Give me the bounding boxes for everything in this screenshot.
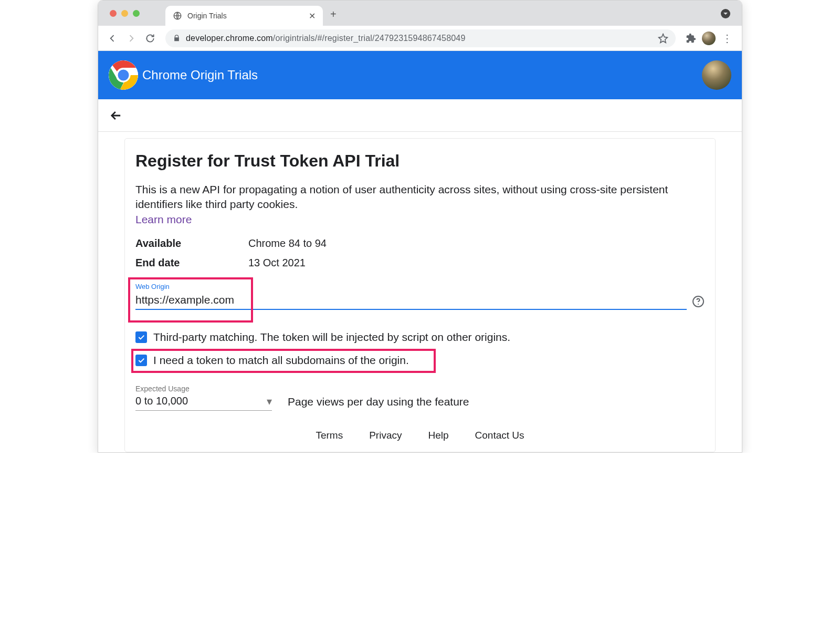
page-title: Register for Trust Token API Trial	[135, 151, 705, 171]
available-label: Available	[135, 237, 248, 250]
close-tab-icon[interactable]: ✕	[309, 11, 316, 21]
dropdown-triangle-icon: ▾	[267, 395, 272, 408]
user-avatar[interactable]	[702, 60, 731, 90]
end-date-row: End date 13 Oct 2021	[135, 257, 705, 269]
available-value: Chrome 84 to 94	[248, 237, 327, 250]
svg-point-5	[698, 304, 699, 305]
url-text: developer.chrome.com/origintrials/#/regi…	[186, 34, 466, 43]
terms-link[interactable]: Terms	[316, 430, 343, 441]
page-back-row	[98, 99, 742, 132]
app-title: Chrome Origin Trials	[142, 68, 258, 82]
page-back-button[interactable]	[109, 108, 123, 123]
web-origin-label: Web Origin	[135, 283, 705, 290]
expected-usage-select[interactable]: 0 to 10,000 ▾	[135, 393, 272, 411]
subdomain-checkbox[interactable]	[135, 355, 147, 366]
bookmark-star-icon[interactable]	[658, 33, 668, 44]
help-link[interactable]: Help	[428, 430, 448, 441]
expected-usage-field: Expected Usage 0 to 10,000 ▾	[135, 385, 272, 411]
browser-tab[interactable]: Origin Trials ✕	[165, 6, 323, 26]
lock-icon	[173, 34, 181, 42]
app-header: Chrome Origin Trials	[98, 51, 742, 99]
description-text: This is a new API for propagating a noti…	[135, 182, 705, 212]
subdomain-label: I need a token to match all subdomains o…	[153, 354, 409, 367]
third-party-checkbox[interactable]	[135, 331, 147, 343]
maximize-window-button[interactable]	[133, 10, 140, 17]
third-party-label: Third-party matching. The token will be …	[153, 331, 510, 344]
expected-usage-value: 0 to 10,000	[135, 395, 188, 407]
registration-card: Register for Trust Token API Trial This …	[124, 138, 716, 452]
footer-links: Terms Privacy Help Contact Us	[135, 430, 705, 441]
end-date-value: 13 Oct 2021	[248, 257, 306, 269]
expected-usage-label: Expected Usage	[135, 385, 272, 393]
subdomain-checkbox-row: I need a token to match all subdomains o…	[135, 354, 705, 367]
third-party-checkbox-row: Third-party matching. The token will be …	[135, 331, 705, 344]
forward-button[interactable]	[123, 30, 139, 46]
minimize-window-button[interactable]	[121, 10, 128, 17]
expected-usage-description: Page views per day using the feature	[288, 396, 469, 411]
new-tab-button[interactable]: +	[330, 8, 337, 20]
extensions-icon[interactable]	[683, 30, 699, 46]
tab-strip: Origin Trials ✕ +	[98, 1, 742, 26]
address-bar[interactable]: developer.chrome.com/origintrials/#/regi…	[165, 29, 676, 47]
window-controls	[110, 10, 140, 17]
contact-link[interactable]: Contact Us	[475, 430, 524, 441]
expected-usage-row: Expected Usage 0 to 10,000 ▾ Page views …	[135, 385, 705, 411]
chrome-logo-icon	[109, 60, 138, 90]
browser-menu-icon[interactable]: ⋮	[719, 32, 736, 45]
learn-more-link[interactable]: Learn more	[135, 213, 192, 226]
web-origin-field: Web Origin	[135, 283, 705, 310]
back-button[interactable]	[104, 30, 120, 46]
close-window-button[interactable]	[110, 10, 117, 17]
end-date-label: End date	[135, 257, 248, 269]
tab-overflow-icon[interactable]	[721, 9, 730, 18]
web-origin-input[interactable]	[135, 292, 687, 310]
globe-icon	[173, 11, 182, 20]
browser-toolbar: developer.chrome.com/origintrials/#/regi…	[98, 26, 742, 51]
reload-button[interactable]	[142, 30, 158, 46]
browser-window: Origin Trials ✕ + developer.chrome.com/o…	[98, 0, 742, 453]
available-row: Available Chrome 84 to 94	[135, 237, 705, 250]
privacy-link[interactable]: Privacy	[369, 430, 402, 441]
tab-title: Origin Trials	[187, 12, 227, 20]
help-icon[interactable]	[692, 295, 705, 308]
profile-avatar[interactable]	[702, 32, 716, 45]
